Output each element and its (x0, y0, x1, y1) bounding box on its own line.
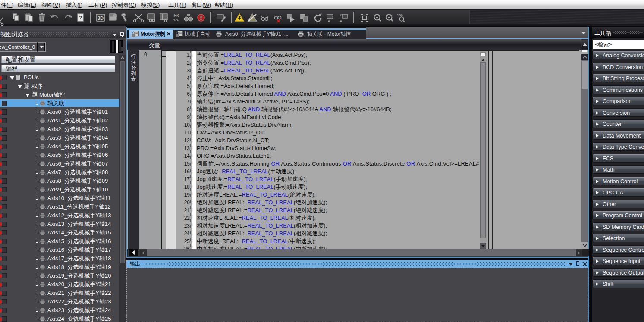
svg-text:3D: 3D (97, 16, 104, 21)
svg-text:?: ? (79, 15, 82, 20)
svg-text:66: 66 (174, 13, 179, 18)
svg-text:1: 1 (332, 15, 334, 19)
